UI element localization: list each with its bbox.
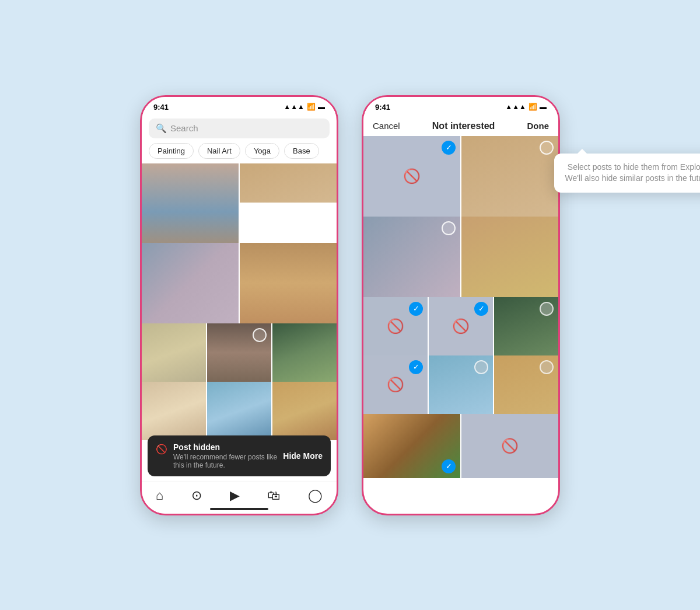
eye-slash-icon-3: 🚫 <box>452 318 470 334</box>
toast-title: Post hidden <box>173 442 277 452</box>
grid-cell-dancer-top[interactable] <box>240 163 337 203</box>
sel-circle-rocks[interactable] <box>253 328 267 342</box>
sel-cell-dancer-b[interactable] <box>461 217 558 297</box>
time-left: 9:41 <box>153 103 169 111</box>
category-chips: Painting Nail Art Yoga Base <box>142 143 337 163</box>
modal-title: Not interested <box>432 121 495 131</box>
grid-cell-food[interactable] <box>272 382 337 440</box>
status-bar-right: 9:41 ▲▲▲ 📶 ▬ <box>363 97 558 115</box>
sel-cell-room[interactable] <box>494 297 558 355</box>
eye-slash-icon-1: 🚫 <box>403 168 421 184</box>
chip-nail-art[interactable]: Nail Art <box>198 143 240 159</box>
modal-header: Cancel Not interested Done <box>363 115 558 136</box>
chip-yoga[interactable]: Yoga <box>245 143 279 159</box>
eye-slash-icon-2: 🚫 <box>387 318 404 334</box>
left-phone: 9:41 ▲▲▲ 📶 ▬ 🔍 Search Painting Nail Art … <box>140 95 338 515</box>
right-phone-frame: 9:41 ▲▲▲ 📶 ▬ Cancel Not interested Done … <box>362 95 560 515</box>
sel-cell-women[interactable] <box>363 217 460 297</box>
chip-painting[interactable]: Painting <box>149 143 194 159</box>
sel-row-b <box>363 217 558 297</box>
sel-cell-blurred-5[interactable]: 🚫 <box>461 414 558 478</box>
grid-cell-dancer-main[interactable] <box>240 243 337 323</box>
sel-cell-blurred-1[interactable]: 🚫 ✓ <box>363 136 460 217</box>
home-indicator-left <box>210 508 268 510</box>
nav-search-icon[interactable]: ⊙ <box>191 488 202 503</box>
sel-circle-room[interactable] <box>540 302 554 316</box>
sel-circle-4[interactable]: ✓ <box>409 360 423 374</box>
search-icon: 🔍 <box>156 123 167 134</box>
battery-icon-r: ▬ <box>540 103 547 111</box>
search-bar[interactable]: 🔍 Search <box>149 118 330 138</box>
tooltip-text: Select posts to hide them from Explore. … <box>565 162 701 183</box>
grid-cell-sea[interactable] <box>207 382 271 440</box>
nav-profile-icon[interactable]: ◯ <box>308 488 323 503</box>
sel-cell-roasted[interactable]: ✓ <box>363 414 460 478</box>
grid-cell-room[interactable] <box>272 323 337 382</box>
sel-circle-1[interactable]: ✓ <box>442 141 456 155</box>
wifi-icon-r: 📶 <box>528 103 537 111</box>
grid-row-a <box>142 163 337 244</box>
toast-subtitle: We'll recommend fewer posts like this in… <box>173 453 277 469</box>
search-placeholder: Search <box>170 123 198 133</box>
battery-icon: ▬ <box>318 103 325 111</box>
wifi-icon: 📶 <box>307 103 316 111</box>
sel-circle-food[interactable] <box>540 360 554 374</box>
sel-cell-sea[interactable] <box>429 355 493 414</box>
grid-cell-women[interactable] <box>142 243 239 323</box>
selection-grid: 🚫 ✓ <box>363 136 558 478</box>
sel-row-e: ✓ 🚫 <box>363 414 558 478</box>
time-right: 9:41 <box>375 103 390 111</box>
grid-row-b <box>142 243 337 323</box>
sel-cell-blurred-3[interactable]: 🚫 ✓ <box>429 297 493 355</box>
done-button[interactable]: Done <box>527 121 550 131</box>
explore-grid-left <box>142 163 337 440</box>
sel-row-c: 🚫 ✓ 🚫 ✓ <box>363 297 558 355</box>
sel-row-d: 🚫 ✓ <box>363 355 558 414</box>
sel-cell-blurred-2[interactable]: 🚫 ✓ <box>363 297 428 355</box>
status-icons-left: ▲▲▲ 📶 ▬ <box>284 103 325 111</box>
signal-icon: ▲▲▲ <box>284 103 304 111</box>
chip-base[interactable]: Base <box>284 143 319 159</box>
status-icons-right: ▲▲▲ 📶 ▬ <box>505 103 547 111</box>
eye-slash-icon-5: 🚫 <box>501 438 519 454</box>
grid-cell-arch[interactable] <box>142 163 239 244</box>
signal-icon-r: ▲▲▲ <box>505 103 526 111</box>
grid-row-c <box>142 323 337 382</box>
left-phone-frame: 9:41 ▲▲▲ 📶 ▬ 🔍 Search Painting Nail Art … <box>140 95 338 515</box>
right-phone-wrapper: Select posts to hide them from Explore. … <box>362 95 560 515</box>
toast-text: Post hidden We'll recommend fewer posts … <box>173 442 277 469</box>
sel-circle-2[interactable]: ✓ <box>409 302 423 316</box>
sel-cell-dancer[interactable] <box>461 136 558 217</box>
sel-row-a: 🚫 ✓ <box>363 136 558 217</box>
grid-row-d <box>142 382 337 440</box>
sel-cell-food[interactable] <box>494 355 558 414</box>
sel-cell-blurred-4[interactable]: 🚫 ✓ <box>363 355 428 414</box>
toast: 🚫 Post hidden We'll recommend fewer post… <box>148 435 331 476</box>
hidden-overlay-5: 🚫 <box>461 414 558 478</box>
sel-circle-roasted[interactable]: ✓ <box>442 459 456 473</box>
tooltip-box: Select posts to hide them from Explore. … <box>554 154 700 193</box>
toast-hidden-icon: 🚫 <box>156 444 167 455</box>
grid-cell-rocks[interactable] <box>207 323 271 382</box>
toast-action[interactable]: Hide More <box>283 451 323 461</box>
sel-circle-sea[interactable] <box>474 360 488 374</box>
eye-slash-icon-4: 🚫 <box>387 377 404 393</box>
nav-home-icon[interactable]: ⌂ <box>156 488 163 503</box>
grid-cell-pasta[interactable] <box>142 382 206 440</box>
sel-circle-dancer[interactable] <box>540 141 554 155</box>
status-bar-left: 9:41 ▲▲▲ 📶 ▬ <box>142 97 337 115</box>
cancel-button[interactable]: Cancel <box>373 121 400 131</box>
grid-cell-arch2[interactable] <box>142 323 206 382</box>
sel-circle-women[interactable] <box>442 221 456 235</box>
nav-shop-icon[interactable]: 🛍 <box>267 488 280 503</box>
nav-reels-icon[interactable]: ▶ <box>230 488 240 503</box>
sel-circle-3[interactable]: ✓ <box>474 302 488 316</box>
